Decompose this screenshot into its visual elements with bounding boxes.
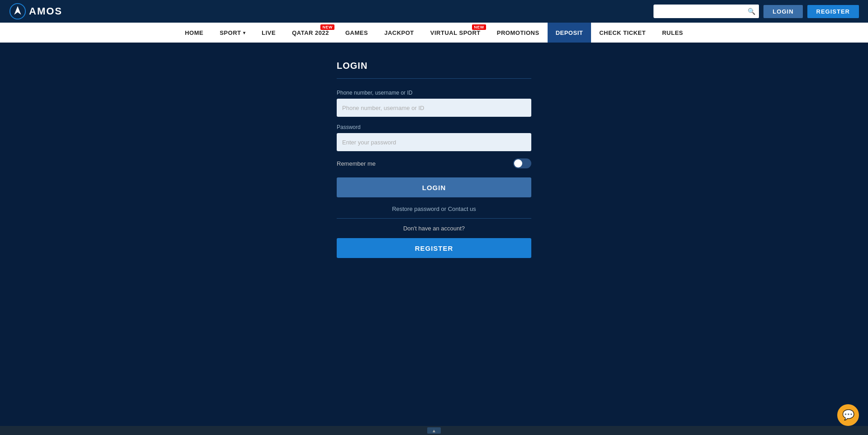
nav-label: QATAR 2022: [292, 29, 329, 36]
chat-bubble[interactable]: 💬: [837, 404, 859, 426]
nav-item-qatar-2022[interactable]: NEWQATAR 2022: [284, 23, 337, 43]
navbar: HOMESPORT▾LIVENEWQATAR 2022GAMESJACKPOTN…: [0, 23, 868, 43]
nav-label: LIVE: [262, 29, 276, 36]
nav-badge: NEW: [472, 24, 486, 30]
nav-item-check-ticket[interactable]: CHECK TICKET: [591, 23, 654, 43]
register-button[interactable]: REGISTER: [337, 238, 531, 258]
remember-me-row: Remember me: [337, 158, 531, 168]
remember-me-toggle[interactable]: [513, 158, 531, 168]
nav-label: VIRTUAL SPORT: [430, 29, 481, 36]
main-content: LOGIN Phone number, username or ID Passw…: [0, 43, 868, 276]
search-button[interactable]: 🔍: [744, 5, 759, 18]
remember-me-label: Remember me: [337, 160, 376, 167]
nav-item-rules[interactable]: RULES: [654, 23, 692, 43]
search-icon: 🔍: [748, 8, 755, 15]
nav-label: CHECK TICKET: [599, 29, 646, 36]
username-field: Phone number, username or ID: [337, 90, 531, 117]
nav-item-virtual-sport[interactable]: NEWVIRTUAL SPORT: [422, 23, 489, 43]
nav-label: JACKPOT: [384, 29, 414, 36]
logo[interactable]: AMOS: [9, 3, 62, 20]
scroll-up-button[interactable]: ▲: [427, 427, 441, 434]
nav-item-deposit[interactable]: DEPOSIT: [548, 23, 591, 43]
username-input[interactable]: [337, 99, 531, 117]
login-title: LOGIN: [337, 61, 531, 71]
password-field: Password: [337, 124, 531, 151]
nav-label: GAMES: [345, 29, 368, 36]
nav-item-promotions[interactable]: PROMOTIONS: [489, 23, 548, 43]
password-input[interactable]: [337, 133, 531, 151]
no-account-text: Don't have an account?: [337, 225, 531, 232]
nav-label: RULES: [662, 29, 683, 36]
header: AMOS 🔍 LOGIN REGISTER: [0, 0, 868, 23]
search-input[interactable]: [653, 5, 744, 18]
restore-password-link[interactable]: Restore password or Contact us: [392, 206, 476, 212]
search-bar: 🔍: [653, 5, 759, 18]
nav-badge: NEW: [320, 24, 334, 30]
login-form-container: LOGIN Phone number, username or ID Passw…: [337, 61, 531, 258]
nav-item-jackpot[interactable]: JACKPOT: [376, 23, 422, 43]
nav-item-games[interactable]: GAMES: [337, 23, 376, 43]
username-label: Phone number, username or ID: [337, 90, 531, 96]
nav-item-live[interactable]: LIVE: [253, 23, 284, 43]
toggle-knob: [514, 159, 522, 167]
middle-divider: [337, 218, 531, 219]
footer-bar: ▲: [0, 426, 868, 435]
nav-label: HOME: [185, 29, 203, 36]
header-login-button[interactable]: LOGIN: [763, 5, 802, 18]
nav-label: DEPOSIT: [556, 29, 583, 36]
logo-icon: [9, 3, 26, 20]
top-divider: [337, 78, 531, 79]
header-register-button[interactable]: REGISTER: [807, 5, 859, 18]
nav-label: PROMOTIONS: [497, 29, 539, 36]
nav-item-home[interactable]: HOME: [176, 23, 211, 43]
chat-icon: 💬: [842, 409, 854, 421]
header-right: 🔍 LOGIN REGISTER: [653, 5, 859, 18]
nav-item-sport[interactable]: SPORT▾: [211, 23, 253, 43]
login-button[interactable]: LOGIN: [337, 177, 531, 197]
logo-text: AMOS: [29, 5, 62, 17]
password-label: Password: [337, 124, 531, 130]
chevron-down-icon: ▾: [243, 30, 246, 35]
nav-label: SPORT: [219, 29, 241, 36]
